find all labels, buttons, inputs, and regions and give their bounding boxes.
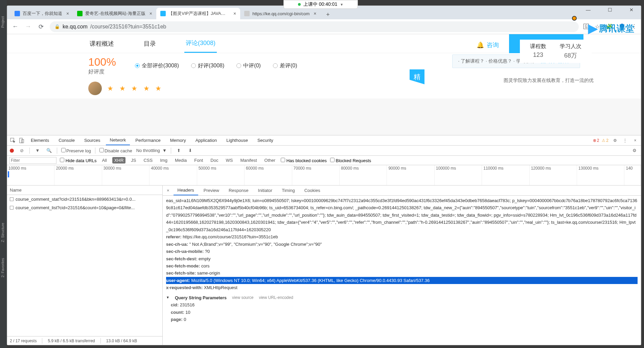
request-row[interactable]: course_comment_stat?cid=231516&bkn=88966…	[7, 195, 162, 203]
menu-icon[interactable]: ⋮	[631, 23, 637, 30]
ide-structure-tab[interactable]: Z: Structure	[0, 220, 5, 245]
network-timeline[interactable]: 10000 ms 20000 ms 30000 ms 40000 ms 5000…	[7, 165, 641, 186]
browser-tab[interactable]: 百度一下，你就知道 ×	[10, 8, 73, 19]
close-detail-icon[interactable]: ×	[164, 188, 172, 193]
close-devtools-icon[interactable]: ×	[631, 137, 639, 144]
network-settings-icon[interactable]: ⚙	[631, 147, 638, 154]
hide-data-urls-checkbox[interactable]: Hide data URLs	[60, 158, 96, 163]
ide-project-tab[interactable]: Project	[0, 14, 5, 30]
recording-dot-icon	[298, 3, 301, 6]
throttling-select[interactable]: No throttling ▼	[136, 148, 167, 153]
detail-tab-cookies[interactable]: Cookies	[300, 186, 324, 195]
filter-all[interactable]: 全部评价(3008)	[135, 62, 179, 69]
tab-close-icon[interactable]: ×	[150, 11, 152, 16]
new-tab-button[interactable]: +	[323, 10, 333, 19]
browser-tab[interactable]: 爱奇艺-在线视频网站-海量正版 ×	[73, 8, 156, 19]
upload-icon[interactable]: ⬆	[175, 147, 183, 154]
filter-type-css[interactable]: CSS	[141, 157, 155, 164]
filter-input[interactable]	[9, 157, 56, 164]
filter-type-other[interactable]: Other	[262, 157, 278, 164]
tab-elements[interactable]: Elements	[27, 136, 53, 145]
has-blocked-cookies-checkbox[interactable]: Has blocked cookies	[281, 158, 327, 163]
view-source-link[interactable]: view source	[232, 295, 253, 301]
tab-memory[interactable]: Memory	[166, 136, 190, 145]
close-button[interactable]: ✕	[625, 7, 638, 13]
profile-icon[interactable]: 👤	[619, 23, 625, 30]
filter-type-xhr[interactable]: XHR	[112, 157, 125, 164]
tab-performance[interactable]: Performance	[131, 136, 164, 145]
filter-type-media[interactable]: Media	[173, 157, 189, 164]
students-value: 68万	[560, 51, 581, 60]
minimize-button[interactable]: —	[581, 7, 595, 13]
settings-icon[interactable]: ⚙	[611, 137, 619, 144]
tab-network[interactable]: Network	[106, 135, 130, 145]
request-name: course_comment_list?cid=231516&count=10&…	[16, 205, 135, 210]
tab-console[interactable]: Console	[54, 136, 79, 145]
header-row[interactable]: x-requested-with: XMLHttpRequest	[166, 284, 638, 291]
browser-tab-active[interactable]: 【图灵VIP严选课程】JAVA互联 ×	[156, 8, 240, 19]
header-row[interactable]: sec-fetch-mode: cors	[166, 262, 638, 269]
device-icon[interactable]	[18, 137, 25, 144]
tab-lighthouse[interactable]: Lighthouse	[222, 136, 252, 145]
more-icon[interactable]: ⋮	[621, 137, 629, 144]
filter-type-manifest[interactable]: Manifest	[238, 157, 259, 164]
tab-application[interactable]: Application	[191, 136, 221, 145]
header-row[interactable]: user-agent: Mozilla/5.0 (Windows NT 10.0…	[166, 277, 638, 284]
header-row[interactable]: sec-ch-ua: " Not A;Brand";v="99", "Chrom…	[166, 241, 638, 248]
tab-close-icon[interactable]: ×	[314, 11, 316, 16]
record-button[interactable]	[10, 149, 14, 153]
error-count[interactable]: ⊗ 2	[593, 138, 599, 143]
tab-security[interactable]: Security	[253, 136, 277, 145]
preserve-log-checkbox[interactable]: Preserve log	[61, 148, 91, 153]
translate-icon[interactable]: 🄶	[583, 24, 589, 30]
filter-good[interactable]: 好评(3008)	[191, 62, 224, 69]
address-field[interactable]: 🔒 ke.qq.com/course/231516?tuin=3551c1eb	[50, 21, 579, 32]
filter-type-ws[interactable]: WS	[224, 157, 235, 164]
filter-type-img[interactable]: Img	[158, 157, 169, 164]
nav-catalog[interactable]: 目录	[142, 35, 157, 52]
detail-tab-initiator[interactable]: Initiator	[254, 186, 277, 195]
request-row[interactable]: course_comment_list?cid=231516&count=10&…	[7, 203, 162, 212]
browser-tab[interactable]: https://ke.qq.com/cgi-bin/com ×	[240, 8, 320, 19]
view-url-encoded-link[interactable]: view URL-encoded	[259, 295, 293, 301]
back-button[interactable]: ←	[11, 23, 19, 31]
nav-reviews[interactable]: 评论(3008)	[184, 34, 217, 53]
disable-cache-checkbox[interactable]: Disable cache	[99, 148, 132, 153]
download-icon[interactable]: ⬇	[187, 147, 194, 154]
extensions-icon[interactable]: 🧩	[606, 23, 613, 30]
query-string-section[interactable]: ▼ Query String Parameters view source vi…	[166, 294, 638, 301]
header-row[interactable]: sec-fetch-dest: empty	[166, 255, 638, 262]
forward-button[interactable]: →	[24, 23, 32, 31]
filter-toggle-icon[interactable]: ▼	[34, 147, 41, 154]
filter-type-all[interactable]: All	[100, 157, 109, 164]
chevron-down-icon[interactable]: ▼	[340, 3, 343, 6]
warning-count[interactable]: ⚠ 2	[602, 138, 608, 143]
filter-type-js[interactable]: JS	[129, 157, 138, 164]
detail-tab-timing[interactable]: Timing	[278, 186, 299, 195]
inspect-icon[interactable]	[9, 137, 17, 144]
tab-sources[interactable]: Sources	[80, 136, 105, 145]
filter-type-font[interactable]: Font	[192, 157, 205, 164]
header-row[interactable]: sec-ch-ua-mobile: ?0	[166, 248, 638, 255]
filter-type-doc[interactable]: Doc	[208, 157, 220, 164]
search-icon[interactable]: 🔍	[45, 147, 53, 154]
clear-icon[interactable]: ⊘	[18, 147, 25, 154]
ide-favorites-tab[interactable]: 2: Favorites	[0, 255, 5, 280]
recording-status[interactable]: 上课中 00:40:01 ▼	[283, 0, 358, 9]
bookmark-icon[interactable]: ☆	[595, 23, 600, 30]
filter-mid[interactable]: 中评(0)	[236, 62, 261, 69]
header-row[interactable]: sec-fetch-site: same-origin	[166, 269, 638, 277]
reload-button[interactable]: ⟳	[37, 23, 45, 31]
tab-close-icon[interactable]: ×	[66, 11, 69, 16]
maximize-button[interactable]: ☐	[603, 7, 617, 13]
tab-close-icon[interactable]: ×	[233, 11, 236, 16]
blocked-requests-checkbox[interactable]: Blocked Requests	[330, 158, 371, 163]
detail-tab-preview[interactable]: Preview	[200, 186, 223, 195]
detail-tab-response[interactable]: Response	[225, 186, 253, 195]
headers-content[interactable]: eas_sid=a1L6N109M5X2Q6X944y9j0e1X6; luin…	[163, 196, 641, 345]
header-row[interactable]: referer: https://ke.qq.com/course/231516…	[166, 233, 638, 240]
filter-bad[interactable]: 差评(0)	[273, 62, 297, 69]
consult-button[interactable]: 🔔 咨询	[466, 35, 509, 55]
detail-tab-headers[interactable]: Headers	[174, 186, 198, 195]
nav-overview[interactable]: 课程概述	[88, 35, 115, 52]
